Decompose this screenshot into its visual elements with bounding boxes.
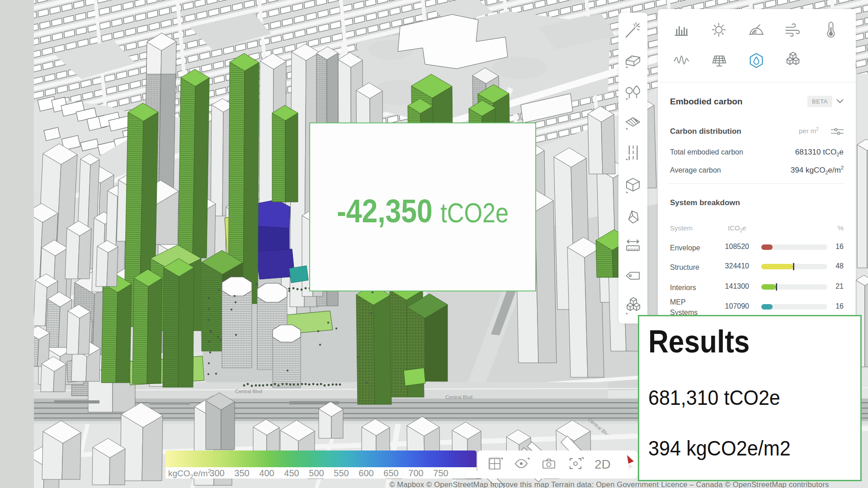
svg-text:Central Blvd: Central Blvd [445,394,472,400]
svg-text:Central Blvd: Central Blvd [235,389,262,394]
